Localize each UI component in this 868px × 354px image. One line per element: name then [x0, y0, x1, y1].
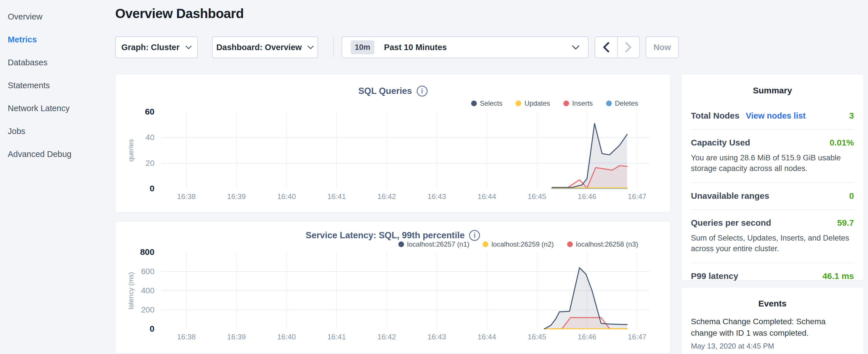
svg-text:16:47: 16:47 [628, 192, 647, 201]
chart-plot: 16:3816:3916:4016:4116:4216:4316:4416:45… [124, 108, 662, 204]
info-icon[interactable]: i [469, 230, 480, 241]
events-panel: Events Schema Change Completed: Schema c… [681, 287, 864, 354]
svg-text:16:45: 16:45 [528, 332, 546, 341]
svg-text:16:42: 16:42 [377, 332, 396, 341]
legend-item[interactable]: Selects [471, 99, 503, 107]
chart-title: Service Latency: SQL, 99th percentile [306, 230, 465, 240]
capacity-label: Capacity Used [691, 138, 750, 148]
legend-item[interactable]: Deletes [606, 99, 638, 107]
total-nodes-label: Total Nodes [691, 111, 739, 121]
chevron-down-icon [572, 45, 580, 50]
svg-text:40: 40 [146, 133, 154, 142]
prev-range-button[interactable] [595, 37, 617, 58]
svg-text:16:45: 16:45 [528, 192, 546, 201]
sql-queries-chart-card: SQL Queries i SelectsUpdatesInsertsDelet… [115, 74, 671, 213]
legend-label: Selects [480, 99, 503, 107]
sidebar-item-metrics[interactable]: Metrics [0, 28, 115, 51]
qps-value: 59.7 [837, 218, 854, 228]
svg-text:16:41: 16:41 [327, 192, 346, 201]
svg-text:200: 200 [141, 305, 154, 314]
svg-text:16:38: 16:38 [177, 192, 196, 201]
sidebar-item-databases[interactable]: Databases [0, 51, 115, 74]
legend-label: Inserts [572, 99, 593, 107]
svg-text:600: 600 [141, 267, 154, 276]
graph-scope-dropdown[interactable]: Graph: Cluster [115, 36, 198, 58]
svg-text:16:42: 16:42 [377, 192, 396, 201]
legend-item[interactable]: localhost:26257 (n1) [398, 240, 469, 248]
chart-title: SQL Queries [358, 86, 412, 96]
dashboard-label: Dashboard: Overview [216, 43, 302, 52]
svg-text:16:38: 16:38 [177, 332, 196, 341]
view-nodes-list-link[interactable]: View nodes list [746, 111, 806, 121]
chart-legend: localhost:26257 (n1)localhost:26259 (n2)… [398, 240, 638, 248]
event-list-item[interactable]: Schema Change Completed: Schema change w… [681, 309, 864, 351]
summary-row-capacity: Capacity Used 0.01% You are using 28.6 M… [691, 130, 854, 183]
summary-row-qps: Queries per second 59.7 Sum of Selects, … [691, 210, 854, 263]
svg-text:16:46: 16:46 [578, 192, 596, 201]
svg-text:0: 0 [150, 324, 154, 333]
sidebar-item-network-latency[interactable]: Network Latency [0, 97, 115, 120]
chevron-left-icon [603, 42, 609, 53]
svg-text:16:47: 16:47 [628, 332, 647, 341]
legend-item[interactable]: Updates [516, 99, 550, 107]
svg-text:60: 60 [145, 108, 154, 116]
svg-text:16:40: 16:40 [277, 332, 296, 341]
legend-dot-icon [398, 242, 404, 247]
summary-row-p99-latency: P99 latency 46.1 ms [691, 263, 854, 290]
svg-text:16:43: 16:43 [428, 332, 446, 341]
summary-row-total-nodes: Total Nodes View nodes list 3 [691, 103, 854, 130]
time-pager [595, 36, 640, 58]
legend-item[interactable]: localhost:26258 (n3) [567, 240, 638, 248]
legend-dot-icon [471, 100, 477, 106]
legend-label: Updates [524, 99, 550, 107]
chart-legend: SelectsUpdatesInsertsDeletes [471, 99, 639, 107]
legend-dot-icon [567, 242, 573, 247]
legend-dot-icon [483, 242, 488, 247]
svg-text:queries: queries [127, 139, 135, 162]
svg-text:16:40: 16:40 [277, 192, 296, 201]
chevron-down-icon [185, 45, 192, 49]
controls-divider [333, 37, 334, 57]
svg-text:16:46: 16:46 [578, 332, 596, 341]
svg-text:20: 20 [146, 159, 154, 167]
legend-label: Deletes [615, 99, 638, 107]
summary-panel: Summary Total Nodes View nodes list 3 Ca… [681, 74, 864, 281]
summary-title: Summary [681, 74, 864, 95]
sidebar: Overview Metrics Databases Statements Ne… [0, 0, 115, 165]
legend-label: localhost:26257 (n1) [407, 240, 469, 248]
service-latency-chart-card: Service Latency: SQL, 99th percentile i … [115, 221, 671, 353]
legend-item[interactable]: Inserts [563, 99, 593, 107]
svg-text:0: 0 [150, 184, 154, 193]
time-range-dropdown[interactable]: 10m Past 10 Minutes [342, 36, 589, 58]
legend-dot-icon [516, 100, 521, 106]
summary-row-unavailable-ranges: Unavailable ranges 0 [691, 183, 854, 210]
sidebar-item-overview[interactable]: Overview [0, 5, 115, 28]
dashboard-dropdown[interactable]: Dashboard: Overview [212, 36, 318, 58]
svg-text:16:39: 16:39 [227, 332, 246, 341]
info-icon[interactable]: i [417, 86, 428, 97]
event-date: May 13, 2020 at 4:45 PM [691, 342, 854, 351]
capacity-value: 0.01% [830, 138, 854, 148]
legend-item[interactable]: localhost:26259 (n2) [483, 240, 554, 248]
legend-label: localhost:26259 (n2) [492, 240, 554, 248]
time-range-label: Past 10 Minutes [384, 43, 447, 52]
svg-text:400: 400 [141, 286, 154, 295]
p99-latency-value: 46.1 ms [823, 271, 854, 281]
next-range-button[interactable] [617, 37, 639, 58]
p99-latency-label: P99 latency [691, 271, 738, 281]
time-range-badge: 10m [351, 40, 374, 55]
now-button[interactable]: Now [646, 36, 679, 58]
unavailable-ranges-label: Unavailable ranges [691, 191, 769, 201]
unavailable-ranges-value: 0 [849, 191, 854, 201]
svg-text:16:44: 16:44 [477, 332, 496, 341]
sidebar-item-jobs[interactable]: Jobs [0, 120, 115, 142]
svg-text:16:41: 16:41 [327, 332, 346, 341]
svg-text:800: 800 [140, 248, 154, 257]
svg-text:16:43: 16:43 [428, 192, 446, 201]
controls-row: Graph: Cluster Dashboard: Overview 10m P… [115, 36, 688, 58]
sidebar-item-statements[interactable]: Statements [0, 74, 115, 97]
chevron-down-icon [308, 45, 314, 49]
page-title: Overview Dashboard [115, 6, 244, 21]
sidebar-item-advanced-debug[interactable]: Advanced Debug [0, 142, 115, 165]
event-text: Schema Change Completed: Schema change w… [691, 316, 854, 339]
